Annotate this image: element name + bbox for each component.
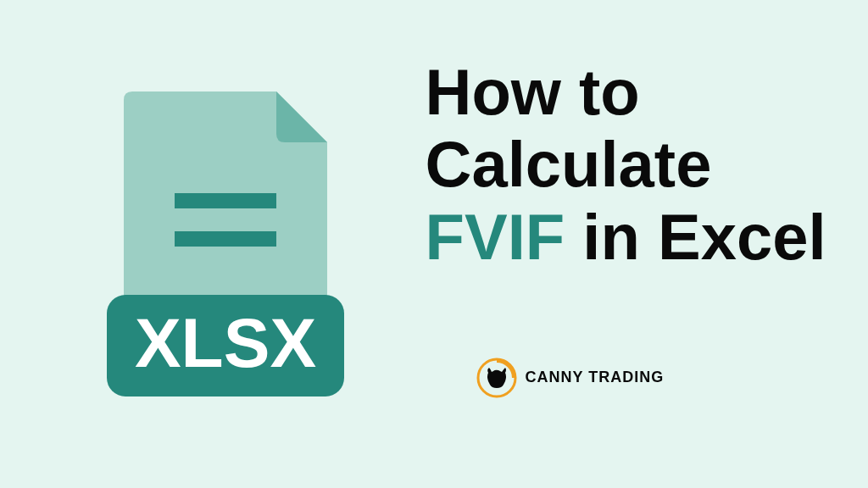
title-line-3-rest: in Excel	[565, 201, 826, 273]
file-badge-text: XLSX	[135, 304, 316, 381]
svg-rect-0	[175, 193, 276, 208]
page-title: How to Calculate FVIF in Excel	[426, 56, 826, 272]
svg-rect-1	[175, 231, 276, 247]
xlsx-file-icon: XLSX	[90, 75, 361, 413]
bull-logo-icon	[476, 358, 517, 398]
brand-logo: CANNY TRADING	[476, 358, 665, 398]
right-section: How to Calculate FVIF in Excel CANNY TRA…	[417, 90, 868, 397]
main-container: XLSX How to Calculate FVIF in Excel CANN…	[0, 0, 868, 488]
title-line-2: Calculate	[426, 128, 712, 200]
title-line-1: How to	[426, 56, 640, 128]
left-section: XLSX	[0, 75, 417, 413]
title-highlight: FVIF	[426, 201, 565, 273]
brand-logo-text: CANNY TRADING	[526, 369, 665, 386]
